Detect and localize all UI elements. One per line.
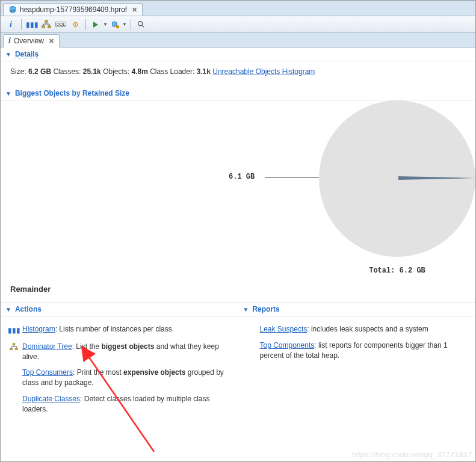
pie-chart[interactable]: 6.1 GB [319,100,475,257]
collapse-arrow-icon: ▼ [5,51,11,58]
collapse-arrow-icon: ▼ [5,306,11,313]
svg-rect-3 [42,26,45,28]
oql-button[interactable]: OQL [54,18,67,31]
duplicate-classes-link[interactable]: Duplicate Classes [22,395,80,403]
section-title: Actions [15,305,42,313]
action-dominator-tree: Dominator Tree: List the biggest objects… [9,339,230,365]
top-consumers-link[interactable]: Top Consumers [22,368,73,377]
svg-rect-9 [10,348,13,350]
thread-button[interactable]: ⚙ [69,18,82,31]
search-button[interactable] [135,18,148,31]
run-report-button[interactable] [90,18,103,31]
report-top-components: Top Components: list reports for compone… [247,337,468,364]
unreachable-objects-link[interactable]: Unreachable Objects Histogram [212,67,315,76]
gear-icon: ⚙ [72,20,79,29]
tab-overview[interactable]: i Overview ✕ [3,34,60,48]
tree-icon [9,342,19,351]
top-components-link[interactable]: Top Components [260,341,315,350]
play-icon [92,20,100,29]
section-title: Details [15,50,39,58]
remainder-label: Remainder [1,281,475,302]
dropdown-arrow-icon[interactable]: ▼ [122,22,127,27]
tree-icon [42,20,51,29]
pie-leader-line [265,177,319,178]
section-header-biggest[interactable]: ▼ Biggest Objects by Retained Size [1,87,475,100]
bars-icon: ▮▮▮ [8,325,20,336]
inner-tab-label: Overview [14,37,44,45]
query-browser-button[interactable] [109,18,122,31]
actions-column: ▼ Actions ▮▮▮ Histogram: Lists number of… [1,302,238,422]
svg-point-6 [116,25,119,28]
pie-chart-area: 6.1 GB Total: 6.2 GB [1,100,475,281]
histogram-button[interactable]: ▮▮▮ [25,18,39,31]
svg-rect-8 [13,343,15,345]
watermark: https://blog.csdn.net/qq_37171817 [352,450,472,459]
section-title: Reports [252,305,279,313]
report-leak-suspects: Leak Suspects: includes leak suspects an… [247,321,468,337]
pie-slice-label: 6.1 GB [229,173,255,181]
dominator-tree-link[interactable]: Dominator Tree [22,342,72,351]
section-header-details[interactable]: ▼ Details [1,48,475,61]
editor-tab-bar: heapdump-1577935969409.hprof ✕ [1,1,475,16]
toolbar-separator [21,19,22,30]
bars-icon: ▮▮▮ [26,20,39,29]
section-title: Biggest Objects by Retained Size [15,89,129,97]
svg-point-7 [138,21,143,25]
oql-icon: OQL [55,22,67,27]
main-toolbar: i ▮▮▮ OQL ⚙ ▼ ▼ [1,16,475,33]
svg-rect-10 [16,348,18,350]
pie-slice-remainder [398,176,476,180]
editor-tab-label: heapdump-1577935969409.hprof [20,5,127,14]
action-histogram: ▮▮▮ Histogram: Lists number of instances… [9,321,230,339]
toolbar-separator [131,19,131,30]
toolbar-separator [85,19,86,30]
collapse-arrow-icon: ▼ [5,90,11,97]
dropdown-arrow-icon[interactable]: ▼ [103,22,108,27]
section-header-reports[interactable]: ▼ Reports [238,302,476,316]
info-icon: i [10,20,12,29]
close-icon[interactable]: ✕ [49,37,54,45]
action-duplicate-classes: Duplicate Classes: Detect classes loaded… [9,391,230,417]
dominator-tree-button[interactable] [40,18,53,31]
content-area: ▼ Details Size: 6.2 GB Classes: 25.1k Ob… [1,48,475,422]
search-icon [137,20,146,29]
editor-tab-heapdump[interactable]: heapdump-1577935969409.hprof ✕ [3,3,143,16]
reports-column: ▼ Reports Leak Suspects: includes leak s… [238,302,476,422]
db-gear-icon [111,20,120,29]
action-top-consumers: Top Consumers: Print the most expensive … [9,365,230,391]
info-icon: i [8,36,11,46]
section-header-actions[interactable]: ▼ Actions [1,302,238,316]
close-icon[interactable]: ✕ [132,6,137,14]
info-button[interactable]: i [4,18,17,31]
details-stats: Size: 6.2 GB Classes: 25.1k Objects: 4.8… [1,61,475,87]
svg-rect-4 [48,26,51,28]
histogram-link[interactable]: Histogram [22,325,55,333]
collapse-arrow-icon: ▼ [243,306,249,313]
heap-file-icon [8,5,17,14]
leak-suspects-link[interactable]: Leak Suspects [260,325,308,333]
inner-tab-bar: i Overview ✕ [1,33,475,48]
svg-rect-2 [45,20,48,22]
pie-total-label: Total: 6.2 GB [369,266,425,275]
